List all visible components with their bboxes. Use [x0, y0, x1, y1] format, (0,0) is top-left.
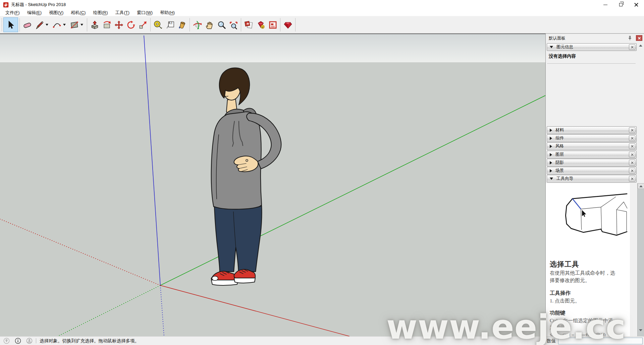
tape-measure-tool-button[interactable]: [152, 17, 164, 32]
eraser-tool-button[interactable]: [21, 17, 33, 32]
arc-tool-dropdown-arrow[interactable]: [63, 24, 66, 26]
measurements-label: 数值: [547, 338, 556, 344]
section-close-button[interactable]: [629, 168, 635, 174]
panel-section-materials[interactable]: 材料: [547, 126, 637, 134]
section-close-button[interactable]: [629, 152, 635, 157]
send-to-layout-button-button[interactable]: [243, 17, 255, 32]
tray-close-button[interactable]: [636, 35, 642, 41]
axis-red-solid: [160, 285, 350, 336]
layout-button-icon: [268, 20, 277, 29]
scroll-down-icon[interactable]: [639, 329, 642, 331]
panel-section-styles[interactable]: 风格: [547, 142, 637, 150]
expand-arrow-icon[interactable]: [550, 178, 553, 180]
section-close-icon: [631, 145, 633, 147]
expand-arrow-icon[interactable]: [550, 137, 552, 140]
titlebar: 无标题 - SketchUp Pro 2018: [0, 0, 644, 9]
menu-edit[interactable]: 编辑(E): [23, 9, 45, 16]
measurements-input[interactable]: [558, 338, 643, 344]
tray-titlebar[interactable]: 默认面板: [546, 34, 644, 43]
instructor-operations-heading: 工具操作: [550, 290, 627, 297]
close-button[interactable]: [629, 0, 644, 9]
move-tool-button[interactable]: [113, 17, 125, 32]
figure-toecap-left: [212, 276, 218, 281]
auto-hide-pin-button[interactable]: [627, 36, 633, 41]
expand-arrow-icon[interactable]: [550, 153, 552, 156]
section-close-button[interactable]: [629, 160, 635, 165]
menu-tools[interactable]: 工具(T): [112, 9, 133, 16]
geolocation-status-icon[interactable]: [3, 338, 10, 344]
line-tool-button[interactable]: [33, 17, 45, 32]
toolbar-separator: [190, 18, 190, 31]
section-close-button[interactable]: [629, 143, 635, 149]
section-close-button[interactable]: [629, 127, 635, 133]
orbit-tool-button[interactable]: [191, 17, 203, 32]
line-tool-icon: [35, 20, 44, 29]
menu-view[interactable]: 视图(V): [45, 9, 67, 16]
rectangle-tool-button[interactable]: [68, 17, 80, 32]
panel-section-scenes[interactable]: 场景: [547, 167, 637, 175]
menu-draw[interactable]: 绘图(R): [89, 9, 111, 16]
scale-figure[interactable]: [211, 68, 281, 286]
menubar: 文件(F)编辑(E)视图(V)相机(C)绘图(R)工具(T)窗口(W)帮助(H): [0, 9, 644, 16]
section-label: 阴影: [555, 160, 564, 165]
instructor-description: 在使用其他工具或命令时，选择要修改的图元。: [550, 270, 615, 284]
entity-info-empty-text: 没有选择内容: [549, 53, 637, 59]
menu-help[interactable]: 帮助(H): [156, 9, 178, 16]
ruby-console-button-button[interactable]: [282, 17, 294, 32]
section-close-button[interactable]: [629, 176, 635, 182]
zoom-tool-button[interactable]: [215, 17, 227, 32]
select-tool-button[interactable]: [3, 17, 18, 32]
toolbar: A1: [0, 16, 644, 33]
scroll-up-icon[interactable]: [639, 45, 642, 47]
line-tool-dropdown-arrow[interactable]: [46, 24, 48, 26]
section-close-icon: [631, 169, 633, 172]
panel-section-layers[interactable]: 图层: [547, 151, 637, 158]
arc-tool-button[interactable]: [51, 17, 63, 32]
offset-tool-button[interactable]: [101, 17, 113, 32]
zoom-extents-tool-icon: [229, 20, 238, 29]
instructor-modifier-item: Shift+Ctrl = 从一组选定的: [550, 332, 617, 337]
section-close-button[interactable]: [629, 44, 635, 50]
section-close-icon: [631, 129, 633, 131]
menu-file[interactable]: 文件(F): [2, 9, 23, 16]
expand-arrow-icon[interactable]: [550, 129, 552, 132]
panel-section-instructor[interactable]: 工具向导: [547, 175, 637, 183]
section-close-button[interactable]: [629, 135, 635, 141]
expand-arrow-icon[interactable]: [550, 145, 552, 148]
scale-tool-button[interactable]: [137, 17, 149, 32]
pan-tool-button[interactable]: [203, 17, 215, 32]
menu-window[interactable]: 窗口(W): [133, 9, 156, 16]
section-close-icon: [631, 153, 633, 156]
toolbar-grip[interactable]: [1, 18, 2, 32]
panel-section-components[interactable]: 组件: [547, 134, 637, 142]
zoom-extents-tool-button[interactable]: [227, 17, 239, 32]
toolbar-separator: [295, 18, 296, 31]
credit-attribution-icon[interactable]: [15, 338, 21, 344]
panel-scrollbar[interactable]: [638, 43, 644, 336]
rotate-tool-button[interactable]: [125, 17, 137, 32]
panel-section-shadows[interactable]: 阴影: [547, 159, 637, 166]
pin-icon: [628, 36, 632, 41]
figure-sole-left: [211, 280, 238, 285]
tape-measure-tool-icon: [154, 20, 163, 29]
expand-arrow-icon[interactable]: [550, 169, 552, 172]
section-close-icon: [631, 46, 633, 48]
expand-arrow-icon[interactable]: [550, 46, 553, 48]
rectangle-tool-dropdown-arrow[interactable]: [80, 24, 83, 26]
restore-button[interactable]: [613, 0, 629, 9]
expand-arrow-icon[interactable]: [550, 161, 552, 164]
paint-bucket-tool-button[interactable]: [176, 17, 188, 32]
menu-camera[interactable]: 相机(C): [67, 9, 89, 16]
sign-in-icon[interactable]: [26, 338, 33, 344]
statusbar: 选择对象。切换到扩充选择。拖动鼠标选择多项。 数值: [0, 336, 644, 345]
push-pull-tool-button[interactable]: [89, 17, 101, 32]
layout-button-button[interactable]: [267, 17, 279, 32]
panel-section-entity-info[interactable]: 图元信息: [547, 43, 637, 51]
text-tool-button[interactable]: A1: [164, 17, 176, 32]
section-label: 工具向导: [556, 176, 573, 182]
minimize-button[interactable]: [598, 0, 613, 9]
section-label: 场景: [555, 168, 564, 174]
extension-warehouse-button-button[interactable]: [255, 17, 267, 32]
select-tool-icon: [6, 20, 16, 30]
viewport-3d[interactable]: [0, 33, 546, 336]
